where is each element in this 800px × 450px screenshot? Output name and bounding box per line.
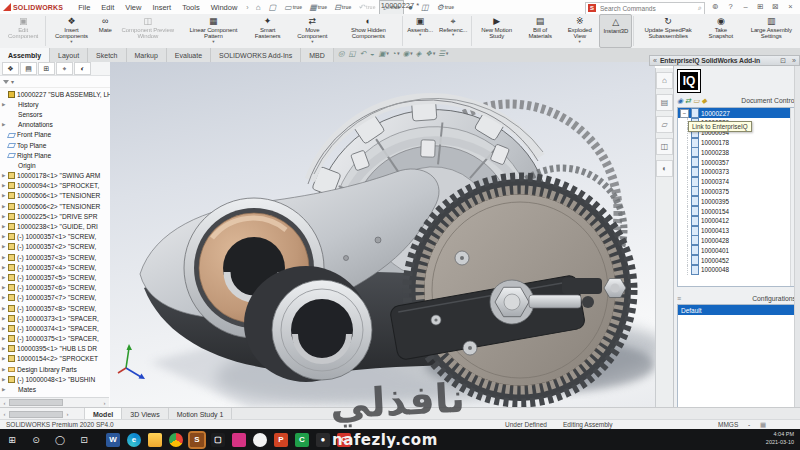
tree-row[interactable]: ▶ Front Plane bbox=[0, 130, 110, 140]
menu-item[interactable]: Edit bbox=[96, 3, 119, 12]
folder-icon[interactable]: ▭ bbox=[693, 97, 700, 104]
ribbon-tab[interactable]: SOLIDWORKS Add-Ins bbox=[211, 48, 301, 62]
tree-row[interactable]: ▶ Right Plane bbox=[0, 150, 110, 160]
expand-arrow-icon[interactable]: ▶ bbox=[2, 367, 6, 372]
expand-arrow-icon[interactable]: ▶ bbox=[2, 295, 6, 300]
tree-row[interactable]: ▶ 10000227 "SUB ASSEMBLY, LH bbox=[0, 89, 110, 99]
graphics-viewport[interactable] bbox=[110, 62, 655, 407]
command-button[interactable]: △ Instant3D bbox=[599, 14, 632, 48]
command-button[interactable]: ↻ Update SpeedPak Subassemblies bbox=[635, 14, 701, 48]
home-icon[interactable]: ⌂ bbox=[253, 1, 265, 14]
document-row[interactable]: 10000452 bbox=[687, 255, 795, 265]
expand-arrow-icon[interactable]: ▶ bbox=[2, 183, 6, 188]
zoom-to-area-icon[interactable]: ◱ bbox=[349, 49, 357, 58]
status-icon[interactable]: ▦ bbox=[760, 421, 766, 429]
document-row[interactable]: 10000412 bbox=[687, 216, 795, 226]
tag-icon[interactable]: ◆ bbox=[701, 97, 706, 104]
document-row[interactable]: 10000048 bbox=[687, 265, 795, 275]
tree-row[interactable]: ▶ Mates bbox=[0, 384, 110, 394]
scroll-left-icon[interactable]: ‹ bbox=[0, 411, 9, 417]
view-orientation-icon[interactable]: ▣ ▾ bbox=[378, 49, 388, 58]
tree-filter-row[interactable]: ▾ bbox=[0, 76, 110, 88]
menu-item[interactable]: Tools bbox=[177, 3, 205, 12]
collapse-node-icon[interactable]: − bbox=[680, 109, 689, 118]
scroll-right-icon[interactable]: › bbox=[63, 411, 72, 417]
tree-row[interactable]: ▶ Design Library Parts bbox=[0, 364, 110, 374]
help-icon[interactable]: ? bbox=[723, 2, 738, 11]
cortana-button[interactable]: ◯ bbox=[48, 435, 72, 445]
ribbon-tab[interactable]: Sketch bbox=[88, 48, 126, 62]
command-button[interactable]: ▣ Assemb... ▾ bbox=[404, 14, 436, 48]
camtasia[interactable]: C bbox=[295, 433, 309, 447]
command-button[interactable]: ▦ Linear Component Pattern ▾ bbox=[181, 14, 246, 48]
units-selector[interactable]: MMGS bbox=[718, 421, 738, 428]
powerpoint[interactable]: P bbox=[274, 433, 288, 447]
ribbon-tab[interactable]: MBD bbox=[301, 48, 334, 62]
tree-row[interactable]: ▶ 10000154<2> "SPROCKET bbox=[0, 354, 110, 364]
document-row[interactable]: 10000178 bbox=[687, 138, 795, 148]
document-row[interactable]: 10000373 bbox=[687, 167, 795, 177]
edit-appearance-icon[interactable]: ◈ bbox=[415, 49, 422, 58]
document-root-row[interactable]: − 10000227 bbox=[678, 108, 795, 118]
previous-view-icon[interactable]: ↶ bbox=[360, 49, 367, 58]
taskbar-clock[interactable]: 4:04 PM 2021-03-10 bbox=[766, 431, 794, 446]
menu-item[interactable]: Window bbox=[206, 3, 243, 12]
file-properties-icon[interactable]: ◫ bbox=[418, 1, 433, 14]
command-button[interactable]: ▤ Bill of Materials bbox=[520, 14, 560, 48]
tree-row[interactable]: ▶ 10000238<1> "GUIDE, DRI bbox=[0, 221, 110, 231]
expand-arrow-icon[interactable]: ▶ bbox=[2, 122, 6, 127]
undo-icon[interactable]: ↶ true bbox=[355, 1, 378, 14]
command-button[interactable]: ◐ Show Hidden Components bbox=[335, 14, 401, 48]
tree-row[interactable]: ▶ (-) 10000375<1> "SPACER, bbox=[0, 334, 110, 344]
command-button[interactable]: ∞ Mate bbox=[96, 14, 115, 48]
command-button[interactable]: ◉ Take Snapshot bbox=[701, 14, 740, 48]
document-row[interactable]: 10000428 bbox=[687, 236, 795, 246]
panel-more-icon[interactable]: » bbox=[789, 57, 799, 64]
new-document-icon[interactable]: ▢ bbox=[266, 1, 281, 14]
start-button[interactable]: ⊞ bbox=[0, 435, 24, 445]
apply-scene-icon[interactable]: ❖ ▾ bbox=[425, 49, 435, 58]
save-icon[interactable]: ▦ true bbox=[306, 1, 330, 14]
print-icon[interactable]: ⊟ true bbox=[331, 1, 354, 14]
home-icon[interactable]: ⌂ bbox=[656, 72, 673, 89]
command-button[interactable]: ❖ Insert Components ▾ bbox=[47, 14, 96, 48]
displaymanager-tab-icon[interactable]: ◐ bbox=[74, 62, 91, 75]
expand-arrow-icon[interactable]: ▶ bbox=[2, 265, 6, 270]
expand-arrow-icon[interactable]: ▶ bbox=[2, 387, 6, 392]
white-circle-app[interactable] bbox=[253, 433, 267, 447]
tree-row[interactable]: ▶ 10000094<1> "SPROCKET, bbox=[0, 181, 110, 191]
options-icon[interactable]: ⚙ true bbox=[433, 1, 457, 14]
tree-row[interactable]: ▶ (-) 10000357<3> "SCREW, bbox=[0, 252, 110, 262]
tree-row[interactable]: ▶ Top Plane bbox=[0, 140, 110, 150]
search-commands-box[interactable]: S ⌕ bbox=[585, 2, 705, 15]
command-button[interactable]: ▶ New Motion Study bbox=[473, 14, 520, 48]
expand-arrow-icon[interactable]: ▶ bbox=[2, 214, 6, 219]
search-input[interactable] bbox=[598, 4, 698, 13]
document-row[interactable]: 10000413 bbox=[687, 226, 795, 236]
tree-row[interactable]: ▶ 10000225<1> "DRIVE SPR bbox=[0, 211, 110, 221]
expand-arrow-icon[interactable]: ▶ bbox=[2, 255, 6, 260]
featuremanager-tab-icon[interactable]: ❖ bbox=[2, 62, 19, 75]
scrollbar-thumb[interactable] bbox=[9, 399, 63, 406]
command-button[interactable]: ▥ Large Assembly Settings bbox=[741, 14, 800, 48]
command-button[interactable]: ◫ Component Preview Window bbox=[115, 14, 181, 48]
ribbon-tab[interactable]: Markup bbox=[127, 48, 167, 62]
expand-arrow-icon[interactable]: ▶ bbox=[2, 316, 6, 321]
tree-row[interactable]: ▶ Annotations bbox=[0, 120, 110, 130]
menu-item[interactable]: File bbox=[73, 3, 95, 12]
tree-row[interactable]: ▶ (-) 10000357<8> "SCREW, bbox=[0, 303, 110, 313]
search-icon[interactable]: ⌕ bbox=[698, 4, 702, 12]
ribbon-tab[interactable]: Layout bbox=[50, 48, 88, 62]
document-row[interactable]: 10000375 bbox=[687, 187, 795, 197]
user-icon[interactable]: ⊚ bbox=[708, 2, 723, 11]
tree-row[interactable]: ▶ Origin bbox=[0, 160, 110, 170]
scrollbar-thumb[interactable] bbox=[9, 411, 63, 418]
document-row[interactable]: 10000401 bbox=[687, 245, 795, 255]
configuration-row-default[interactable]: Default bbox=[678, 305, 795, 315]
word[interactable]: W bbox=[106, 433, 120, 447]
open-icon[interactable]: ▭ true bbox=[281, 1, 305, 14]
expand-arrow-icon[interactable]: ▶ bbox=[2, 173, 6, 178]
ribbon-tab[interactable]: Assembly bbox=[0, 48, 50, 62]
tree-row[interactable]: ▶ History bbox=[0, 99, 110, 109]
section-view-icon[interactable]: ◒ bbox=[370, 49, 376, 58]
